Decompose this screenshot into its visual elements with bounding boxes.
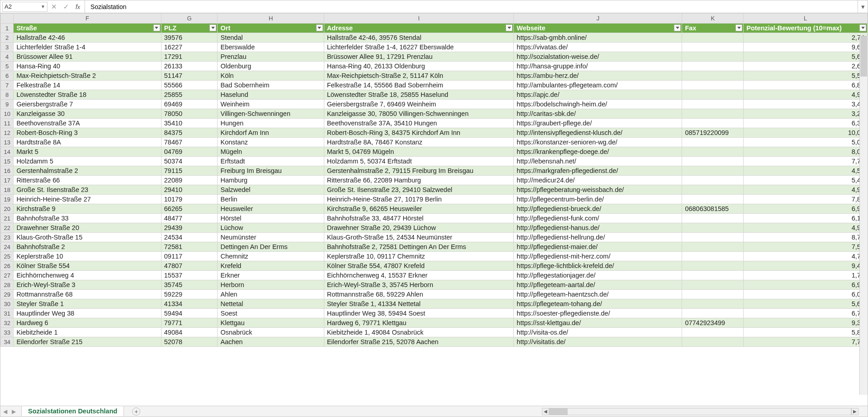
cell[interactable]: Hansa-Ring 40 bbox=[14, 62, 161, 71]
cell[interactable]: Drawehner Straße 20, 29439 Lüchow bbox=[324, 223, 514, 233]
cell[interactable]: http://caritas-sbk.de/ bbox=[514, 109, 682, 119]
cell[interactable]: 66265 bbox=[161, 204, 218, 214]
cancel-icon[interactable]: ✕ bbox=[51, 3, 57, 10]
cell[interactable] bbox=[682, 290, 744, 299]
cell[interactable] bbox=[682, 119, 744, 128]
cell[interactable]: Erich-Weyl-Straße 3, 35745 Herborn bbox=[324, 280, 514, 290]
cell[interactable]: Große St. Ilsenstraße 23 bbox=[14, 185, 161, 195]
cell[interactable]: http://hansa-gruppe.info/ bbox=[514, 62, 682, 71]
cell[interactable]: 16227 bbox=[161, 43, 218, 52]
cell[interactable] bbox=[682, 52, 744, 62]
cell[interactable]: 41334 bbox=[161, 299, 218, 309]
cell[interactable]: Max-Reichpietsch-Straße 2 bbox=[14, 71, 161, 81]
cell[interactable]: http://pflegedienst-hellrung.de/ bbox=[514, 233, 682, 242]
cell[interactable]: 1,76 bbox=[744, 271, 868, 280]
cell[interactable]: Eberswalde bbox=[218, 43, 324, 52]
row-header[interactable]: 24 bbox=[1, 242, 14, 252]
cell[interactable] bbox=[682, 223, 744, 233]
cell[interactable]: Klaus-Groth-Straße 15 bbox=[14, 233, 161, 242]
cell[interactable]: Osnabrück bbox=[218, 328, 324, 337]
cell[interactable]: Kölner Straße 554 bbox=[14, 261, 161, 271]
cell[interactable]: 5,87 bbox=[744, 328, 868, 337]
cell[interactable]: http://pflegedienst-funk.com/ bbox=[514, 214, 682, 223]
cell[interactable]: Geiersbergstraße 7 bbox=[14, 100, 161, 109]
cell[interactable]: Kirchdorf Am Inn bbox=[218, 128, 324, 138]
cell[interactable]: Freiburg Im Breisgau bbox=[218, 166, 324, 176]
accept-icon[interactable]: ✓ bbox=[63, 3, 69, 10]
row-header[interactable]: 22 bbox=[1, 223, 14, 233]
cell[interactable]: Hansa-Ring 40, 26133 Oldenburg bbox=[324, 62, 514, 71]
filter-dropdown-icon[interactable] bbox=[674, 24, 681, 31]
row-header[interactable]: 3 bbox=[1, 43, 14, 52]
cell[interactable]: https://sst-klettgau.de/ bbox=[514, 318, 682, 328]
cell[interactable] bbox=[682, 109, 744, 119]
cell[interactable]: 52078 bbox=[161, 337, 218, 347]
cell[interactable]: Kölner Straße 554, 47807 Krefeld bbox=[324, 261, 514, 271]
cell[interactable]: Bahnhofstraße 33 bbox=[14, 214, 161, 223]
cell[interactable]: 55566 bbox=[161, 81, 218, 90]
row-header[interactable]: 6 bbox=[1, 71, 14, 81]
name-box[interactable]: A2 ▼ bbox=[2, 2, 47, 12]
cell[interactable]: 9,46 bbox=[744, 261, 868, 271]
cell[interactable]: 22089 bbox=[161, 176, 218, 185]
cell[interactable]: 79771 bbox=[161, 318, 218, 328]
cell[interactable]: Brüssower Allee 91, 17291 Prenzlau bbox=[324, 52, 514, 62]
cell[interactable]: 4,92 bbox=[744, 185, 868, 195]
cell[interactable]: Lichterfelder Straße 1-4, 16227 Eberswal… bbox=[324, 43, 514, 52]
cell[interactable]: 6,84 bbox=[744, 81, 868, 90]
cell[interactable] bbox=[682, 214, 744, 223]
scroll-right-icon[interactable]: ▶ bbox=[851, 408, 859, 415]
column-header[interactable]: L bbox=[744, 14, 868, 24]
column-header[interactable]: H bbox=[218, 14, 324, 24]
cell[interactable]: Markt 5 bbox=[14, 147, 161, 157]
cell[interactable]: Bahnhofstraße 2 bbox=[14, 242, 161, 252]
cell[interactable]: 6,11 bbox=[744, 214, 868, 223]
cell[interactable]: https://bodelschwingh-heim.de/ bbox=[514, 100, 682, 109]
cell[interactable]: Nettetal bbox=[218, 299, 324, 309]
fx-icon[interactable]: fx bbox=[76, 3, 81, 10]
table-header-cell[interactable]: Straße bbox=[14, 24, 161, 33]
row-header[interactable]: 10 bbox=[1, 109, 14, 119]
cell[interactable]: https://graubert-pflege.de/ bbox=[514, 119, 682, 128]
cell[interactable]: http://pflegedienst-hanus.de/ bbox=[514, 223, 682, 233]
cell[interactable]: http://lebensnah.net/ bbox=[514, 157, 682, 166]
cell[interactable]: 50374 bbox=[161, 157, 218, 166]
cell[interactable]: Weinheim bbox=[218, 100, 324, 109]
cell[interactable]: 6,90 bbox=[744, 280, 868, 290]
row-header[interactable]: 21 bbox=[1, 214, 14, 223]
cell[interactable]: Hörstel bbox=[218, 214, 324, 223]
cell[interactable]: 51147 bbox=[161, 71, 218, 81]
cell[interactable]: Kiebitzheide 1 bbox=[14, 328, 161, 337]
cell[interactable]: Gerstenhalmstraße 2 bbox=[14, 166, 161, 176]
cell[interactable]: 7,70 bbox=[744, 157, 868, 166]
cell[interactable]: Bahnhofstraße 33, 48477 Hörstel bbox=[324, 214, 514, 223]
table-header-cell[interactable]: Adresse bbox=[324, 24, 514, 33]
cell[interactable]: 7,59 bbox=[744, 242, 868, 252]
cell[interactable]: 085719220099 bbox=[682, 128, 744, 138]
row-header[interactable]: 31 bbox=[1, 309, 14, 318]
cell[interactable]: 49084 bbox=[161, 328, 218, 337]
cell[interactable]: 4,93 bbox=[744, 223, 868, 233]
cell[interactable] bbox=[682, 90, 744, 100]
row-header[interactable]: 9 bbox=[1, 100, 14, 109]
cell[interactable]: 8,06 bbox=[744, 147, 868, 157]
cell[interactable]: https://ambu-herz.de/ bbox=[514, 71, 682, 81]
cell[interactable]: 15537 bbox=[161, 271, 218, 280]
cell[interactable]: 69469 bbox=[161, 100, 218, 109]
cell[interactable] bbox=[682, 71, 744, 81]
cell[interactable]: Rottmannstraße 68 bbox=[14, 290, 161, 299]
cell[interactable]: Heusweiler bbox=[218, 204, 324, 214]
cell[interactable]: Lüchow bbox=[218, 223, 324, 233]
cell[interactable]: Hardweg 6 bbox=[14, 318, 161, 328]
cell[interactable]: http://intensivpflegedienst-klusch.de/ bbox=[514, 128, 682, 138]
cell[interactable]: Hallstraße 42-46, 39576 Stendal bbox=[324, 33, 514, 43]
cell[interactable]: Erkner bbox=[218, 271, 324, 280]
cell[interactable]: Beethovenstraße 37A, 35410 Hungen bbox=[324, 119, 514, 128]
cell[interactable]: 068063081585 bbox=[682, 204, 744, 214]
cell[interactable]: Klaus-Groth-Straße 15, 24534 Neumünster bbox=[324, 233, 514, 242]
cell[interactable]: Robert-Bosch-Ring 3, 84375 Kirchdorf Am … bbox=[324, 128, 514, 138]
cell[interactable]: http://visitatis.de/ bbox=[514, 337, 682, 347]
row-header[interactable]: 15 bbox=[1, 157, 14, 166]
cell[interactable]: Hamburg bbox=[218, 176, 324, 185]
cell[interactable]: Kanzleigasse 30 bbox=[14, 109, 161, 119]
